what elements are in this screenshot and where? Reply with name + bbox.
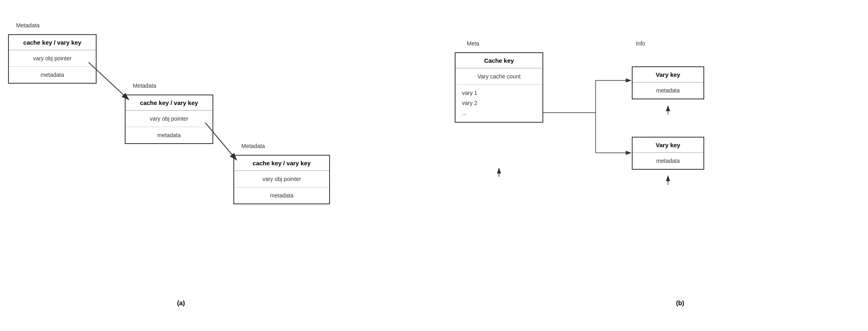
diagram-b: Meta Info Cache key Vary cache count var… [443, 0, 868, 331]
diagram-b-label: (b) [676, 300, 684, 307]
vary-box2-header: Vary key [633, 138, 703, 153]
box3-row1: vary obj pointer [234, 171, 329, 187]
meta-box-row1: Vary cache count [456, 68, 542, 85]
vary-box2-row1: metadata [633, 153, 703, 169]
box3-header: cache key / vary key [234, 156, 329, 171]
metadata-box-3: cache key / vary key vary obj pointer me… [233, 155, 330, 204]
info-section-label: Info [636, 40, 645, 47]
vary-key-box-1: Vary key metadata [632, 66, 704, 99]
section-label-2: Metadata [133, 82, 156, 89]
meta-box-rows-vary: vary 1 vary 2 ... [456, 85, 542, 122]
diagram-a: Metadata cache key / vary key vary obj p… [0, 0, 443, 331]
metadata-box-2: cache key / vary key vary obj pointer me… [125, 95, 213, 144]
vary-key-box-2: Vary key metadata [632, 137, 704, 170]
box2-row2: metadata [126, 127, 212, 143]
box1-row1: vary obj pointer [9, 50, 96, 67]
diagram-a-label: (a) [177, 300, 185, 307]
meta-box-header: Cache key [456, 53, 542, 68]
section-label-1: Metadata [16, 22, 39, 29]
box2-row1: vary obj pointer [126, 111, 212, 127]
vary-box1-header: Vary key [633, 67, 703, 82]
meta-section-label: Meta [467, 40, 479, 47]
main-container: Metadata cache key / vary key vary obj p… [0, 0, 868, 331]
vary-box1-row1: metadata [633, 82, 703, 99]
box1-row2: metadata [9, 67, 96, 83]
box3-row2: metadata [234, 187, 329, 204]
meta-cache-key-box: Cache key Vary cache count vary 1 vary 2… [455, 52, 543, 123]
box2-header: cache key / vary key [126, 95, 212, 111]
section-label-3: Metadata [241, 143, 265, 149]
metadata-box-1: cache key / vary key vary obj pointer me… [8, 34, 97, 84]
box1-header: cache key / vary key [9, 35, 96, 50]
